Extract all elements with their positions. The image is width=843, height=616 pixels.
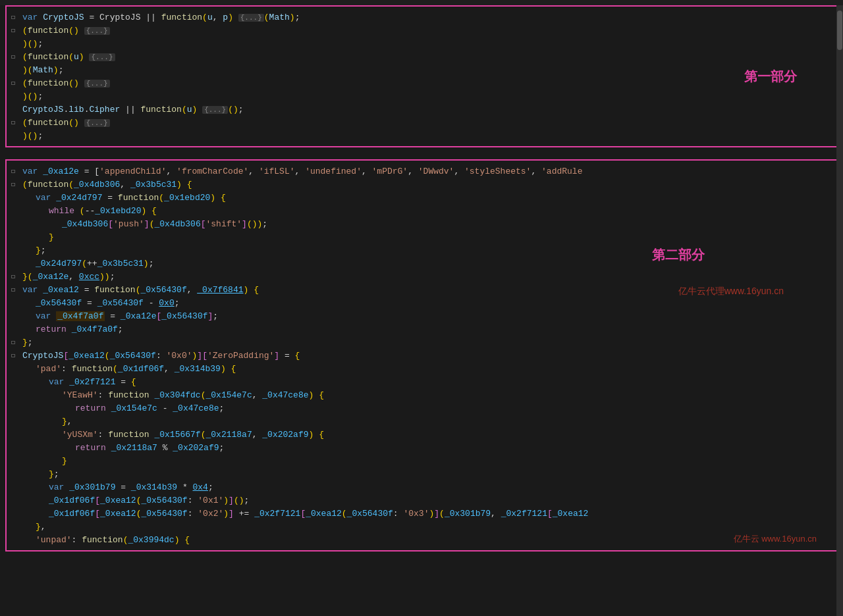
code-content: }; [20, 338, 836, 347]
code-content: (function(u) {...} [20, 52, 836, 62]
gutter: ◻ [7, 338, 20, 346]
code-line: )(); [7, 90, 836, 103]
code-line: ◻ (function(_0x4db306, _0x3b5c31) { [7, 178, 836, 191]
code-content: var _0xea12 = function(_0x56430f, _0x7f6… [20, 285, 836, 295]
fold-arrow[interactable]: ◻ [11, 168, 15, 175]
gutter: ◻ [7, 167, 20, 175]
code-content: _0x56430f = _0x56430f - 0x0; [20, 298, 836, 308]
code-line: )(Math); [7, 63, 836, 76]
code-content: _0x1df06f[_0xea12(_0x56430f: '0x1')](); [20, 496, 836, 505]
code-content: }(_0xa12e, 0xcc)); [20, 272, 836, 282]
code-line: ◻ var _0xea12 = function(_0x56430f, _0x7… [7, 283, 836, 296]
code-line: ◻ CryptoJS[_0xea12(_0x56430f: '0x0')]['Z… [7, 349, 836, 362]
code-content: var _0xa12e = ['appendChild', 'fromCharC… [20, 167, 836, 176]
scrollbar[interactable] [836, 5, 843, 616]
code-line: _0x1df06f[_0xea12(_0x56430f: '0x2')] += … [7, 507, 836, 520]
code-content: _0x24d797(++_0x3b5c31); [20, 259, 836, 269]
code-line: var _0x2f7121 = { [7, 375, 836, 388]
code-content: var _0x2f7121 = { [20, 377, 836, 387]
code-line: var _0x301b79 = _0x314b39 * 0x4; [7, 480, 836, 494]
gutter: ◻ [7, 26, 20, 34]
fold-arrow[interactable]: ◻ [11, 273, 15, 280]
code-content: (function() {...} [20, 78, 836, 88]
fold-arrow[interactable]: ◻ [11, 119, 15, 126]
gutter: ◻ [7, 351, 20, 359]
code-content: var CryptoJS = CryptoJS || function(u, p… [20, 13, 836, 22]
code-line: }; [7, 244, 836, 257]
fold-arrow[interactable]: ◻ [11, 53, 15, 61]
code-line: var _0x24d797 = function(_0x1ebd20) { [7, 191, 836, 204]
fold-arrow[interactable]: ◻ [11, 181, 15, 188]
code-content: }, [20, 417, 836, 426]
gutter: ◻ [7, 286, 20, 294]
code-content: } [20, 456, 836, 466]
code-content: _0x1df06f[_0xea12(_0x56430f: '0x2')] += … [20, 509, 836, 519]
code-line: ◻ (function() {...} [7, 116, 836, 129]
code-line: ◻ var CryptoJS = CryptoJS || function(u,… [7, 11, 836, 24]
code-content: }; [20, 469, 836, 479]
fold-arrow[interactable]: ◻ [11, 14, 15, 21]
code-line: ◻ var _0xa12e = ['appendChild', 'fromCha… [7, 165, 836, 178]
code-content: (function(_0x4db306, _0x3b5c31) { [20, 180, 836, 190]
code-content: (function() {...} [20, 118, 836, 128]
code-content: _0x4db306['push'](_0x4db306['shift']()); [20, 219, 836, 229]
code-line: _0x1df06f[_0xea12(_0x56430f: '0x1')](); [7, 494, 836, 507]
code-line: }; [7, 467, 836, 480]
code-line: ◻ (function() {...} [7, 24, 836, 37]
gutter: ◻ [7, 79, 20, 87]
code-content: var _0x4f7a0f = _0xa12e[_0x56430f]; [20, 311, 836, 321]
code-line: _0x24d797(++_0x3b5c31); [7, 257, 836, 270]
code-line: return _0x2118a7 % _0x202af9; [7, 441, 836, 454]
code-content: 'unpad': function(_0x3994dc) { [20, 535, 836, 545]
code-line: return _0x4f7a0f; [7, 322, 836, 336]
code-line: CryptoJS.lib.Cipher || function(u) {...}… [7, 103, 836, 116]
code-content: )(Math); [20, 65, 836, 75]
code-line: return _0x154e7c - _0x47ce8e; [7, 401, 836, 415]
code-content: }; [20, 245, 836, 255]
code-line: var _0x4f7a0f = _0xa12e[_0x56430f]; [7, 309, 836, 322]
code-content: )(); [20, 91, 836, 101]
code-content: return _0x2118a7 % _0x202af9; [20, 443, 836, 453]
gutter: ◻ [7, 13, 20, 21]
fold-arrow[interactable]: ◻ [11, 352, 15, 359]
code-content: 'YEawH': function _0x304fdc(_0x154e7c, _… [20, 390, 836, 400]
code-content: } [20, 232, 836, 242]
code-line: } [7, 230, 836, 244]
section-2: 第二部分 亿牛云代理www.16yun.cn 亿牛云 www.16yun.cn … [5, 159, 838, 552]
code-content: )(); [20, 39, 836, 49]
code-line: _0x56430f = _0x56430f - 0x0; [7, 296, 836, 309]
code-line: 'pad': function(_0x1df06f, _0x314b39) { [7, 362, 836, 375]
code-content: CryptoJS[_0xea12(_0x56430f: '0x0')]['Zer… [20, 351, 836, 361]
code-container: 第一部分 ◻ var CryptoJS = CryptoJS || functi… [0, 5, 843, 616]
code-content: )(); [20, 131, 836, 141]
code-content: (function() {...} [20, 26, 836, 36]
fold-arrow[interactable]: ◻ [11, 27, 15, 34]
code-line: )(); [7, 129, 836, 142]
code-content: var _0x24d797 = function(_0x1ebd20) { [20, 193, 836, 203]
code-line: 'yUSXm': function _0x15667f(_0x2118a7, _… [7, 428, 836, 441]
gutter: ◻ [7, 272, 20, 280]
code-line: ◻ (function(u) {...} [7, 50, 836, 63]
code-line: }, [7, 415, 836, 428]
code-content: CryptoJS.lib.Cipher || function(u) {...}… [20, 105, 836, 115]
code-content: var _0x301b79 = _0x314b39 * 0x4; [20, 482, 836, 492]
section-1: 第一部分 ◻ var CryptoJS = CryptoJS || functi… [5, 5, 838, 147]
code-line: }, [7, 520, 836, 533]
code-content: while (--_0x1ebd20) { [20, 206, 836, 216]
gutter: ◻ [7, 53, 20, 61]
code-line: _0x4db306['push'](_0x4db306['shift']()); [7, 217, 836, 230]
code-line: } [7, 454, 836, 467]
code-content: 'pad': function(_0x1df06f, _0x314b39) { [20, 364, 836, 374]
fold-arrow[interactable]: ◻ [11, 286, 15, 294]
code-line: 'YEawH': function _0x304fdc(_0x154e7c, _… [7, 388, 836, 401]
code-line: while (--_0x1ebd20) { [7, 204, 836, 217]
code-content: }, [20, 522, 836, 532]
fold-arrow[interactable]: ◻ [11, 80, 15, 87]
code-content: return _0x4f7a0f; [20, 324, 836, 334]
gutter: ◻ [7, 118, 20, 126]
code-line: 'unpad': function(_0x3994dc) { [7, 533, 836, 546]
code-content: return _0x154e7c - _0x47ce8e; [20, 403, 836, 413]
code-line: ◻ (function() {...} [7, 76, 836, 90]
fold-arrow[interactable]: ◻ [11, 339, 15, 346]
gutter: ◻ [7, 180, 20, 188]
